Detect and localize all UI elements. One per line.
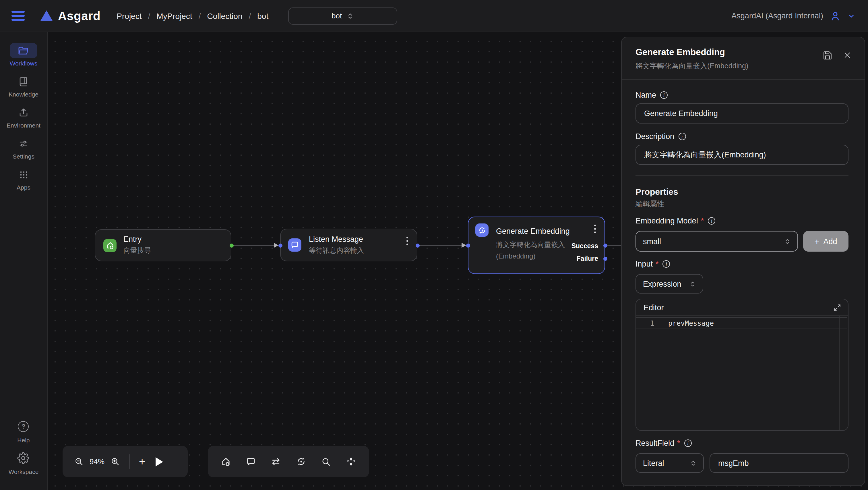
node-generate-embedding[interactable]: Generate Embedding 將文字轉化為向量嵌入(Embedding)… [468,217,605,274]
input-label-text: Input [636,260,653,268]
sidebar-item-workspace[interactable]: Workspace [9,449,39,475]
chevron-updown-icon [784,237,790,245]
properties-subtitle: 編輯屬性 [636,199,848,209]
zoom-in-icon[interactable] [110,457,120,466]
palette-message-icon[interactable] [246,456,256,467]
sidebar-label: Settings [12,153,34,160]
port-entry-output[interactable] [229,243,234,247]
save-icon[interactable] [823,51,832,60]
embedding-refresh-icon [475,224,489,237]
palette-embedding-icon[interactable] [296,456,307,467]
embedding-model-label: Embedding Model * i [636,217,848,225]
hamburger-menu-icon[interactable] [11,11,25,21]
workflow-select-value: bot [332,11,342,20]
info-icon[interactable]: i [678,133,686,140]
resultfield-label: ResultField * i [636,439,848,448]
node-title: Listen Message [309,235,364,243]
zoom-out-icon[interactable] [74,457,84,466]
palette-search-icon[interactable] [321,456,331,467]
top-navbar: Asgard Project / MyProject / Collection … [0,0,868,32]
name-label: Name i [636,91,848,99]
properties-title: Properties [636,187,848,197]
chevron-updown-icon [346,12,353,20]
left-sidebar: Workflows Knowledge Environment Settings… [0,32,48,490]
sidebar-item-apps[interactable]: Apps [10,167,37,191]
gear-icon [18,452,30,464]
run-workflow-icon[interactable] [156,457,163,466]
add-node-button[interactable]: + [139,456,145,467]
folder-icon [18,45,29,56]
grid-icon [19,170,28,179]
node-menu-kebab-icon[interactable] [594,225,596,233]
upload-icon [19,108,29,118]
node-subtitle: 將文字轉化為向量嵌入(Embedding) [496,239,583,262]
user-icon[interactable] [830,10,841,22]
port-failure-output[interactable] [603,257,607,260]
expression-editor[interactable]: Editor 1 prevMessage [636,299,848,431]
chevron-down-icon[interactable] [847,12,856,20]
port-embedding-input[interactable] [466,243,470,247]
required-marker: * [677,439,680,448]
info-icon[interactable]: i [660,91,668,99]
sidebar-item-workflows[interactable]: Workflows [10,43,37,67]
info-icon[interactable]: i [708,217,715,225]
zoom-toolbar: 94% + [63,446,188,478]
breadcrumb-myproject[interactable]: MyProject [156,11,192,20]
required-marker: * [656,260,659,268]
node-title: Generate Embedding [496,225,583,238]
embedding-model-select[interactable]: small [636,231,798,252]
sidebar-item-settings[interactable]: Settings [10,136,37,160]
port-success-output[interactable] [603,243,607,247]
breadcrumb-bot[interactable]: bot [257,11,268,20]
palette-swap-arrows-icon[interactable] [270,456,281,467]
chevron-updown-icon [690,459,696,467]
embedding-model-value: small [643,237,779,246]
info-icon[interactable]: i [684,439,692,447]
resultfield-type-select[interactable]: Literal [636,453,704,473]
node-text: Entry 向量搜尋 [123,235,151,256]
panel-divider [636,175,848,176]
node-palette-toolbar [208,446,369,478]
embedding-model-label-text: Embedding Model [636,217,698,225]
breadcrumb-collection[interactable]: Collection [207,11,243,20]
resultfield-type-value: Literal [643,459,685,467]
zoom-level: 94% [90,457,104,466]
palette-move-icon[interactable] [346,456,356,467]
port-label-success: Success [571,242,598,249]
name-input[interactable] [636,104,848,123]
sidebar-item-help[interactable]: ? Help [10,417,37,443]
editor-title: Editor [644,303,664,312]
sidebar-item-environment[interactable]: Environment [7,105,40,129]
node-text: Generate Embedding 將文字轉化為向量嵌入(Embedding) [496,224,583,262]
editor-header: Editor [636,299,848,316]
close-icon[interactable] [843,51,852,60]
sliders-icon [19,139,29,149]
node-menu-kebab-icon[interactable] [406,237,408,245]
port-listen-output[interactable] [415,243,420,247]
expand-icon[interactable] [834,304,841,311]
sidebar-item-knowledge[interactable]: Knowledge [9,74,38,98]
plus-icon: + [814,237,819,246]
node-entry[interactable]: Entry 向量搜尋 [95,229,231,261]
add-model-button[interactable]: + Add [803,231,848,252]
sidebar-label: Knowledge [9,91,38,98]
input-type-select[interactable]: Expression [636,274,703,293]
description-input[interactable] [636,145,848,165]
node-listen-message[interactable]: Listen Message 等待訊息內容輸入 [280,229,417,261]
breadcrumb-project[interactable]: Project [117,11,142,20]
port-listen-input[interactable] [278,243,282,247]
panel-header: Generate Embedding 將文字轉化為向量嵌入(Embedding) [622,37,865,80]
node-config-panel: Generate Embedding 將文字轉化為向量嵌入(Embedding)… [621,37,865,486]
name-label-text: Name [636,91,656,99]
info-icon[interactable]: i [663,260,670,268]
sidebar-label: Help [17,437,30,443]
sidebar-label: Workflows [10,60,37,67]
help-icon: ? [18,421,29,432]
palette-entry-icon[interactable] [220,456,231,467]
sidebar-label: Apps [17,184,30,191]
entry-house-add-icon [103,239,117,252]
breadcrumb-separator: / [249,11,251,20]
editor-body[interactable]: 1 prevMessage [636,316,848,430]
workflow-select[interactable]: bot [288,7,397,24]
resultfield-input[interactable] [710,453,848,473]
